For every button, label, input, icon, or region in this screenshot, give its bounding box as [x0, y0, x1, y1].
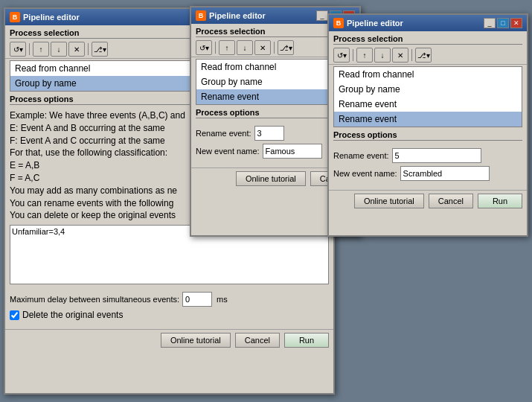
delete-btn-2[interactable]: ✕: [254, 40, 271, 55]
cancel-button-1[interactable]: Cancel: [235, 333, 280, 348]
window-title-2: Pipeline editor: [209, 11, 266, 20]
delete-btn-3[interactable]: ✕: [392, 48, 408, 63]
sep-2: [88, 43, 89, 55]
maximize-button-3[interactable]: □: [497, 18, 509, 28]
rename-event-input-2[interactable]: [254, 126, 284, 141]
new-name-row-3: New event name:: [333, 166, 522, 181]
branch-btn-1[interactable]: ⎇▾: [92, 42, 108, 57]
options-area-3: Rename event: New event name:: [329, 142, 527, 187]
sep-1: [29, 43, 30, 55]
process-item-rename-event-3b[interactable]: Rename event: [334, 112, 522, 127]
window-title-1: Pipeline editor: [23, 13, 80, 22]
process-item-read-channel-3[interactable]: Read from channel: [334, 67, 522, 82]
sep-6: [411, 49, 412, 61]
title-bar-3: B Pipeline editor _ □ ✕: [329, 15, 527, 31]
button-bar-1: Online tutorial Cancel Run: [5, 329, 333, 351]
rename-event-input-3[interactable]: [392, 148, 481, 163]
app-icon-2: B: [196, 10, 206, 21]
tutorial-button-2[interactable]: Online tutorial: [236, 171, 306, 186]
checkbox-label: Delete the original events: [22, 310, 123, 320]
process-selection-label-3: Process selection: [333, 34, 522, 45]
sep-3: [215, 42, 216, 54]
delete-btn-1[interactable]: ✕: [68, 42, 85, 57]
tutorial-button-1[interactable]: Online tutorial: [161, 333, 231, 348]
minimize-button-3[interactable]: _: [484, 18, 496, 28]
branch-btn-2[interactable]: ⎇▾: [278, 40, 294, 55]
refresh-btn-2[interactable]: ↺▾: [196, 40, 212, 55]
up-btn-1[interactable]: ↑: [33, 42, 49, 57]
run-button-3[interactable]: Run: [478, 194, 522, 208]
refresh-btn-3[interactable]: ↺▾: [333, 48, 350, 63]
delay-label: Maximum delay between simultaneous event…: [10, 295, 179, 304]
app-icon-1: B: [10, 12, 20, 22]
new-name-input-3[interactable]: [400, 166, 490, 181]
delay-row: Maximum delay between simultaneous event…: [10, 292, 329, 307]
rename-event-label-3: Rename event:: [333, 151, 389, 160]
checkbox-row: Delete the original events: [10, 310, 329, 320]
close-button-3[interactable]: ✕: [510, 18, 522, 28]
rename-event-row-3: Rename event:: [333, 148, 522, 163]
toolbar-3: ↺▾ ↑ ↓ ✕ ⎇▾: [329, 46, 527, 65]
branch-btn-3[interactable]: ⎇▾: [415, 48, 432, 63]
down-btn-1[interactable]: ↓: [51, 42, 67, 57]
process-item-rename-event-3a[interactable]: Rename event: [334, 97, 522, 112]
up-btn-2[interactable]: ↑: [219, 40, 235, 55]
delay-input[interactable]: [182, 292, 212, 307]
tutorial-button-3[interactable]: Online tutorial: [354, 194, 424, 208]
sep-4: [274, 42, 275, 54]
app-icon-3: B: [333, 18, 344, 28]
button-bar-3: Online tutorial Cancel Run: [329, 190, 527, 211]
process-list-3: Read from channel Group by name Rename e…: [333, 66, 522, 127]
delete-events-checkbox[interactable]: [10, 310, 19, 320]
new-name-input-2[interactable]: [263, 144, 322, 159]
pipeline-editor-window-3: B Pipeline editor _ □ ✕ Process selectio…: [327, 13, 528, 237]
new-name-label-3: New event name:: [333, 169, 397, 178]
run-button-1[interactable]: Run: [284, 333, 329, 348]
minimize-button-2[interactable]: _: [316, 10, 328, 21]
ms-label: ms: [217, 295, 228, 304]
down-btn-2[interactable]: ↓: [237, 40, 253, 55]
down-btn-3[interactable]: ↓: [374, 48, 391, 63]
process-item-group-name-3[interactable]: Group by name: [334, 82, 522, 97]
sep-5: [353, 49, 353, 61]
rename-event-label-2: Rename event:: [196, 129, 251, 138]
up-btn-3[interactable]: ↑: [356, 48, 373, 63]
window-title-3: Pipeline editor: [347, 19, 403, 28]
options-section-label-3: Process options: [333, 130, 522, 141]
new-name-label-2: New event name:: [196, 147, 260, 156]
cancel-button-3[interactable]: Cancel: [429, 194, 473, 208]
refresh-btn-1[interactable]: ↺▾: [10, 42, 26, 57]
